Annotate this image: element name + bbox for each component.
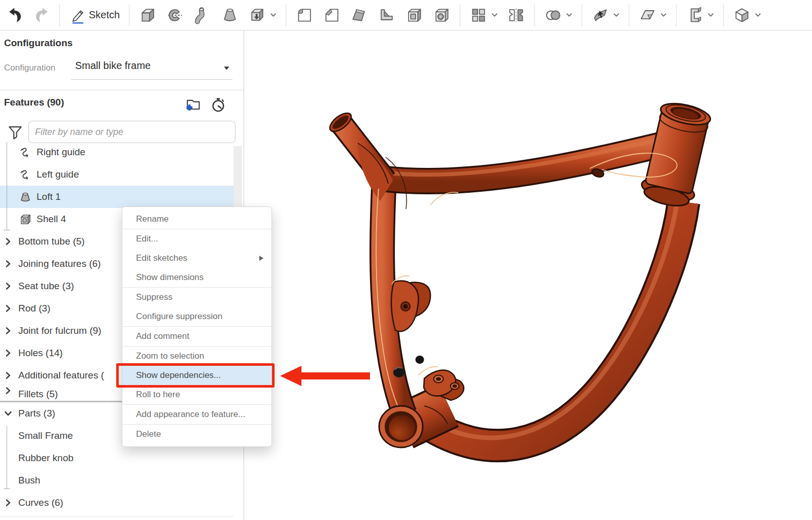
boolean-button[interactable] bbox=[540, 5, 576, 26]
chevron-right-icon[interactable] bbox=[4, 260, 12, 268]
menu-item-roll-to-here[interactable]: Roll to here bbox=[122, 385, 272, 404]
loft-button[interactable] bbox=[217, 5, 243, 26]
menu-item-rename[interactable]: Rename bbox=[122, 210, 272, 229]
chevron-right-icon[interactable] bbox=[4, 327, 12, 335]
move-face-button[interactable] bbox=[588, 5, 623, 26]
chevron-down-icon[interactable] bbox=[491, 12, 498, 18]
draft-button[interactable] bbox=[347, 5, 372, 26]
mirror-icon bbox=[507, 6, 525, 24]
menu-item-edit[interactable]: Edit... bbox=[122, 229, 272, 249]
feature-label: Holes (14) bbox=[18, 348, 63, 359]
dropdown-caret-icon[interactable] bbox=[222, 64, 231, 75]
undo-button[interactable] bbox=[3, 5, 27, 25]
chevron-right-icon[interactable] bbox=[4, 349, 12, 357]
feature-label: Left guide bbox=[37, 169, 79, 180]
thicken-button[interactable] bbox=[245, 5, 280, 26]
mirror-button[interactable] bbox=[503, 5, 529, 26]
chevron-down-icon[interactable] bbox=[4, 409, 12, 418]
feature-label: Loft 1 bbox=[37, 191, 61, 202]
chain-stay-tube bbox=[423, 202, 684, 445]
feature-label: Fillets (5) bbox=[18, 387, 58, 401]
sweep-button[interactable] bbox=[190, 5, 215, 26]
pencil-button-label: Sketch bbox=[89, 9, 120, 21]
submenu-arrow-icon bbox=[259, 256, 263, 261]
feature-label: Small Frame bbox=[18, 430, 73, 441]
feature-label: Joining features (6) bbox=[18, 258, 101, 269]
rib-button[interactable] bbox=[374, 5, 399, 26]
linear-pattern-button[interactable] bbox=[466, 5, 501, 26]
extrude-icon bbox=[139, 6, 157, 24]
menu-item-label: Add appearance to feature... bbox=[136, 409, 246, 419]
filter-input[interactable] bbox=[28, 121, 235, 143]
tree-row-left-guide[interactable]: Left guide bbox=[0, 163, 233, 186]
menu-item-label: Delete bbox=[136, 429, 161, 439]
tree-row-rubber-knob[interactable]: Rubber knob bbox=[0, 447, 233, 469]
tree-row-curves-6[interactable]: Curves (6) bbox=[0, 492, 233, 514]
chevron-right-icon[interactable] bbox=[4, 304, 12, 313]
pencil-button[interactable]: Sketch bbox=[65, 5, 123, 25]
enclose-button[interactable] bbox=[729, 5, 765, 26]
configuration-underline bbox=[71, 79, 232, 80]
fillet-button[interactable] bbox=[292, 5, 317, 26]
filter-icon[interactable] bbox=[6, 123, 24, 141]
menu-item-edit-sketches[interactable]: Edit sketches bbox=[122, 249, 272, 268]
menu-item-label: Edit... bbox=[136, 234, 158, 244]
toolbar-separator bbox=[460, 4, 460, 26]
chevron-down-icon[interactable] bbox=[566, 12, 572, 18]
toolbar-separator bbox=[676, 4, 676, 26]
menu-item-label: Rename bbox=[136, 214, 168, 224]
hole-button[interactable] bbox=[429, 5, 454, 26]
toolbar-separator bbox=[286, 4, 286, 26]
boolean-icon bbox=[544, 6, 562, 24]
features-heading: Features (90) bbox=[4, 97, 64, 108]
chamfer-button[interactable] bbox=[319, 5, 345, 26]
menu-item-zoom-to-selection[interactable]: Zoom to selection bbox=[122, 346, 272, 366]
chevron-right-icon[interactable] bbox=[4, 499, 12, 507]
menu-item-show-dependencies[interactable]: Show dependencies... bbox=[122, 366, 272, 385]
feature-label: Bottom tube (5) bbox=[18, 236, 85, 247]
configurations-heading: Configurations bbox=[4, 38, 73, 49]
fillet-icon bbox=[295, 6, 314, 24]
chevron-right-icon[interactable] bbox=[4, 387, 12, 401]
tree-row-loft-1[interactable]: Loft 1 bbox=[0, 186, 233, 208]
chevron-down-icon[interactable] bbox=[755, 12, 761, 18]
feature-label: Additional features ( bbox=[18, 370, 104, 381]
new-folder-icon[interactable] bbox=[184, 95, 202, 114]
tree-row-right-guide[interactable]: Right guide bbox=[0, 141, 233, 163]
redo-button[interactable] bbox=[29, 5, 54, 25]
chevron-down-icon[interactable] bbox=[613, 12, 620, 18]
menu-item-configure-suppression[interactable]: Configure suppression bbox=[122, 307, 272, 326]
feature-label: Joint for fulcrum (9) bbox=[18, 325, 101, 336]
draft-icon bbox=[350, 6, 368, 24]
menu-item-show-dimensions[interactable]: Show dimensions bbox=[122, 268, 272, 287]
move-face-icon bbox=[591, 6, 610, 24]
revolve-button[interactable] bbox=[162, 5, 188, 26]
annotation-arrow bbox=[280, 366, 370, 386]
menu-item-add-comment[interactable]: Add comment bbox=[122, 327, 272, 346]
rollback-history-icon[interactable] bbox=[209, 95, 227, 114]
menu-item-suppress[interactable]: Suppress bbox=[122, 288, 272, 307]
feature-label: Right guide bbox=[37, 147, 85, 158]
tree-guide-line bbox=[7, 142, 8, 230]
chevron-right-icon[interactable] bbox=[4, 237, 12, 246]
tree-scrollbar-thumb[interactable] bbox=[233, 146, 242, 206]
chevron-right-icon[interactable] bbox=[4, 282, 12, 290]
chevron-down-icon[interactable] bbox=[660, 12, 667, 18]
bike-frame-model[interactable] bbox=[327, 99, 714, 447]
tree-row-bush[interactable]: Bush bbox=[0, 469, 233, 492]
configuration-select[interactable]: Small bike frame bbox=[75, 60, 232, 72]
shell-button[interactable] bbox=[401, 5, 427, 26]
section-divider bbox=[0, 90, 244, 90]
extrude-button[interactable] bbox=[135, 5, 160, 26]
thicken-icon bbox=[248, 6, 266, 24]
chamfer-icon bbox=[323, 6, 341, 24]
feature-label: Rod (3) bbox=[18, 303, 50, 314]
chevron-down-icon[interactable] bbox=[707, 12, 714, 18]
menu-item-add-appearance-to-feature[interactable]: Add appearance to feature... bbox=[122, 405, 272, 424]
tree-guide-line bbox=[7, 426, 8, 489]
transform-button[interactable] bbox=[682, 5, 718, 26]
chevron-down-icon[interactable] bbox=[270, 12, 277, 18]
menu-item-delete[interactable]: Delete bbox=[122, 425, 272, 444]
plane-button[interactable] bbox=[635, 5, 670, 26]
chevron-right-icon[interactable] bbox=[4, 371, 12, 379]
